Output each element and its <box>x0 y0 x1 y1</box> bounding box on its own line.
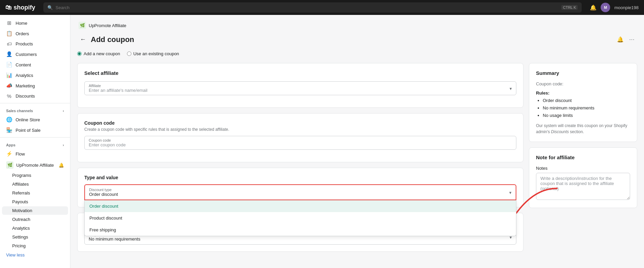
rule-item-1: Order discount <box>543 97 630 104</box>
sidebar-label-discounts: Discounts <box>16 94 35 99</box>
header-more-icon[interactable]: ⋯ <box>628 35 636 44</box>
sidebar-item-outreach[interactable]: Outreach <box>2 215 68 224</box>
type-value-card: Type and value Discount type Order disco… <box>77 168 523 207</box>
notifications-icon[interactable]: 🔔 <box>590 4 597 11</box>
radio-new-coupon[interactable]: Add a new coupon <box>77 51 120 56</box>
affiliate-select-wrapper: Affiliate Enter an affiliate's name/emai… <box>84 81 516 95</box>
uppromote-icon: 🌿 <box>6 161 14 169</box>
page-header-right: 🔔 ⋯ <box>616 35 636 44</box>
affiliate-form-group: Affiliate Enter an affiliate's name/emai… <box>84 81 516 95</box>
avatar[interactable]: M <box>601 3 610 12</box>
discount-type-select[interactable]: Discount type Order discount ▾ <box>84 184 516 200</box>
sidebar-item-flow[interactable]: ⚡ Flow <box>2 149 68 159</box>
sidebar-item-motivation[interactable]: Motivation <box>2 206 68 215</box>
sidebar-item-point-of-sale[interactable]: 🏪 Point of Sale <box>2 125 68 135</box>
sales-channels-section: Sales channels › <box>0 105 70 114</box>
coupon-code-input[interactable] <box>89 142 512 147</box>
programs-label: Programs <box>12 173 31 178</box>
dropdown-option-order-discount[interactable]: Order discount <box>85 200 516 212</box>
dropdown-option-free-shipping[interactable]: Free shipping <box>85 224 516 236</box>
view-less-link[interactable]: View less <box>0 250 31 260</box>
analytics-icon: 📊 <box>6 72 12 78</box>
radio-existing-coupon-label: Use an existing coupon <box>133 51 179 56</box>
sidebar-divider-2 <box>0 137 70 138</box>
rule-item-3: No usage limits <box>543 112 630 119</box>
topbar: 🛍 shopify 🔍 CTRL K 🔔 M moonpie198 <box>0 0 644 15</box>
affiliate-select[interactable]: Affiliate Enter an affiliate's name/emai… <box>84 81 516 95</box>
summary-note: Our system will create this coupon on yo… <box>536 123 630 135</box>
sidebar-item-online-store[interactable]: 🌐 Online Store <box>2 115 68 125</box>
coupon-type-radio-group: Add a new coupon Use an existing coupon <box>77 51 637 56</box>
notes-textarea[interactable] <box>536 173 630 200</box>
notes-label: Notes <box>536 166 630 171</box>
select-affiliate-card: Select affiliate Affiliate Enter an affi… <box>77 63 523 108</box>
search-icon: 🔍 <box>47 5 53 10</box>
settings-label: Settings <box>12 234 28 240</box>
discount-type-field-label: Discount type <box>89 188 505 192</box>
sidebar-item-pricing[interactable]: Pricing <box>2 242 68 250</box>
page-header: ← Add coupon 🔔 ⋯ <box>77 35 637 44</box>
sidebar-item-discounts[interactable]: % Discounts <box>2 91 68 101</box>
radio-existing-coupon[interactable]: Use an existing coupon <box>127 51 179 56</box>
apps-title: Apps <box>6 143 16 147</box>
sidebar-item-referrals[interactable]: Referrals <box>2 189 68 197</box>
coupon-code-form-group: Coupon code <box>84 136 516 150</box>
outreach-label: Outreach <box>12 217 30 222</box>
sidebar-item-home[interactable]: ⊞ Home <box>2 18 68 28</box>
sidebar-item-affiliates[interactable]: Affiliates <box>2 180 68 188</box>
discount-chevron-down-icon: ▾ <box>509 190 512 195</box>
sidebar-item-analytics-sub[interactable]: Analytics <box>2 224 68 232</box>
sidebar-item-orders[interactable]: 📋 Orders <box>2 28 68 39</box>
uppromote-app-header[interactable]: 🌿 UpPromote Affiliate 🔔 <box>2 159 68 171</box>
back-button[interactable]: ← <box>79 35 87 44</box>
content-icon: 📄 <box>6 62 12 68</box>
pricing-label: Pricing <box>12 243 26 248</box>
summary-card: Summary Coupon code: Rules: Order discou… <box>529 63 637 142</box>
sidebar-item-analytics[interactable]: 📊 Analytics <box>2 70 68 80</box>
apps-chevron[interactable]: › <box>63 143 64 147</box>
sidebar-item-customers[interactable]: 👤 Customers <box>2 49 68 59</box>
sidebar-item-content[interactable]: 📄 Content <box>2 60 68 70</box>
sidebar-label-orders: Orders <box>16 31 29 36</box>
uppromote-label: UpPromote Affiliate <box>16 163 56 168</box>
sidebar-divider-1 <box>0 103 70 103</box>
payouts-label: Payouts <box>12 199 28 204</box>
username: moonpie198 <box>614 5 639 10</box>
note-for-affiliate-card: Note for affiliate Notes <box>529 147 637 208</box>
requirement-value: No minimum requirements <box>89 236 505 242</box>
app-breadcrumb: 🌿 UpPromote Affiliate <box>77 22 637 29</box>
sidebar-item-payouts[interactable]: Payouts <box>2 198 68 206</box>
search-input[interactable] <box>56 5 559 10</box>
page-title: Add coupon <box>91 35 134 44</box>
sidebar-label-products: Products <box>16 41 33 46</box>
coupon-code-field-wrapper: Coupon code <box>84 136 516 150</box>
shopify-wordmark: shopify <box>14 4 35 11</box>
sidebar-label-marketing: Marketing <box>16 83 35 88</box>
left-column: Select affiliate Affiliate Enter an affi… <box>77 63 523 257</box>
breadcrumb-app-icon: 🌿 <box>79 22 86 29</box>
search-bar[interactable]: 🔍 CTRL K <box>43 2 582 13</box>
products-icon: 🏷 <box>6 41 12 47</box>
discounts-icon: % <box>6 93 12 99</box>
sidebar-item-programs[interactable]: Programs <box>2 171 68 180</box>
sales-channels-chevron[interactable]: › <box>63 109 64 113</box>
referrals-label: Referrals <box>12 190 30 195</box>
home-icon: ⊞ <box>6 20 12 26</box>
sidebar-item-settings[interactable]: Settings <box>2 233 68 241</box>
uppromote-bell-icon[interactable]: 🔔 <box>59 163 64 168</box>
motivation-label: Motivation <box>12 208 32 213</box>
shopify-bag-icon: 🛍 <box>5 4 12 11</box>
point-of-sale-icon: 🏪 <box>6 127 12 133</box>
header-bell-icon[interactable]: 🔔 <box>616 35 625 44</box>
breadcrumb-text: UpPromote Affiliate <box>89 23 126 28</box>
dropdown-option-product-discount[interactable]: Product discount <box>85 212 516 224</box>
sidebar-label-point-of-sale: Point of Sale <box>16 128 41 133</box>
affiliate-field-label: Affiliate <box>89 84 505 88</box>
sidebar-label-content: Content <box>16 62 31 67</box>
affiliate-chevron-down-icon: ▾ <box>510 86 512 91</box>
summary-coupon-code-row: Coupon code: <box>536 81 630 87</box>
analytics-sub-label: Analytics <box>12 226 30 231</box>
sidebar-item-marketing[interactable]: 📣 Marketing <box>2 81 68 91</box>
sidebar-item-products[interactable]: 🏷 Products <box>2 39 68 49</box>
select-affiliate-title: Select affiliate <box>84 70 516 76</box>
